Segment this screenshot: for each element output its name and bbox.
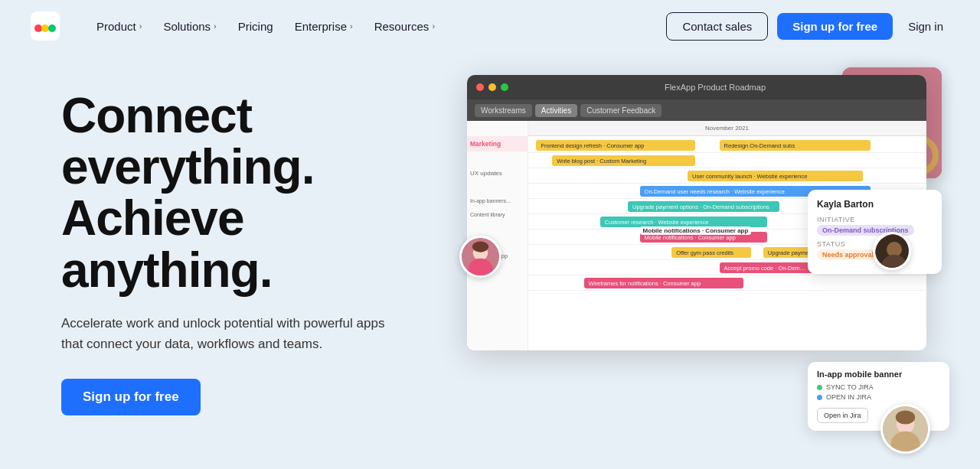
avatar-left xyxy=(459,236,501,278)
bar-wireframes: Wireframes for notifications · Consumer … xyxy=(584,278,743,288)
sync-label: SYNC TO JIRA xyxy=(826,383,874,391)
nav-item-product[interactable]: Product › xyxy=(87,14,151,39)
month-nov: November 2021 xyxy=(528,121,926,135)
mobile-notif-label: Mobile notifications · Consumer app xyxy=(640,226,752,235)
nav-item-enterprise[interactable]: Enterprise › xyxy=(286,14,362,39)
signin-button[interactable]: Sign in xyxy=(902,14,949,39)
nav-actions: Contact sales Sign up for free Sign in xyxy=(666,12,949,41)
avatar-bottom-right xyxy=(880,404,930,454)
tab-activities[interactable]: Activities xyxy=(535,104,577,117)
avatar-left-inner xyxy=(462,238,499,275)
svg-point-3 xyxy=(48,24,56,32)
hero-visual: FlexApp Product Roadmap Workstreams Acti… xyxy=(444,67,934,469)
nav-item-solutions[interactable]: Solutions › xyxy=(154,14,225,39)
gantt-row-1: Frontend design refresh · Consumer app R… xyxy=(528,138,926,153)
jira-label: OPEN IN JIRA xyxy=(826,393,871,401)
nav-item-resources[interactable]: Resources › xyxy=(365,14,444,39)
logo[interactable] xyxy=(31,11,60,41)
mobile-card-title: In-app mobile banner xyxy=(817,370,940,379)
nav-resources-label: Resources xyxy=(374,20,430,33)
gantt-row-10: Wireframes for notifications · Consumer … xyxy=(528,275,926,291)
gantt-row-2: Write blog post · Custom Marketing xyxy=(528,153,926,168)
mobile-card-row-1: SYNC TO JIRA xyxy=(817,383,940,391)
nav-pricing-label: Pricing xyxy=(238,20,273,33)
solutions-chevron-icon: › xyxy=(214,21,217,31)
initiative-label: INITIATIVE xyxy=(817,216,933,223)
label-inapp: In-app banners... xyxy=(467,194,528,207)
bar-blog: Write blog post · Custom Marketing xyxy=(552,155,695,166)
hero-subtext: Accelerate work and unlock potential wit… xyxy=(61,313,390,354)
row-spacer3 xyxy=(467,221,528,235)
nav-links: Product › Solutions › Pricing Enterprise… xyxy=(87,14,666,39)
signup-hero-button[interactable]: Sign up for free xyxy=(61,379,201,415)
bar-customer: Customer research · Website experience xyxy=(600,217,767,227)
info-card-name: Kayla Barton xyxy=(817,199,933,210)
enterprise-chevron-icon: › xyxy=(350,21,353,31)
svg-point-2 xyxy=(41,24,49,32)
sync-dot xyxy=(817,385,822,390)
row-spacer2 xyxy=(467,180,528,194)
mobile-card-row-2: OPEN IN JIRA xyxy=(817,393,940,401)
hero-section: Connect everything. Achieve anything. Ac… xyxy=(0,52,980,469)
contact-sales-button[interactable]: Contact sales xyxy=(666,12,768,41)
tab-workstreams[interactable]: Workstreams xyxy=(475,104,532,117)
svg-point-12 xyxy=(472,241,488,252)
dot-yellow xyxy=(488,83,496,91)
avatar-bottom-inner xyxy=(883,406,928,451)
signup-nav-button[interactable]: Sign up for free xyxy=(777,13,893,40)
bar-community: User community launch · Website experien… xyxy=(688,171,863,181)
screenshot-header: FlexApp Product Roadmap xyxy=(467,75,926,99)
svg-point-1 xyxy=(34,24,42,32)
row-spacer xyxy=(467,152,528,166)
open-jira-button[interactable]: Open in Jira xyxy=(817,408,868,423)
hero-headline: Connect everything. Achieve anything. xyxy=(61,90,459,296)
group-marketing: Marketing xyxy=(467,136,528,151)
resources-chevron-icon: › xyxy=(432,21,435,31)
screenshot-title: FlexApp Product Roadmap xyxy=(513,83,917,92)
jira-dot xyxy=(817,395,822,400)
label-ux: UX updates xyxy=(467,166,528,180)
bar-upgrade: Upgrade payment options · On-Demand subs… xyxy=(628,201,779,212)
dot-green xyxy=(501,83,508,91)
bar-redesign: Redesign On-Demand subs xyxy=(720,140,871,151)
status-badge: Needs approval xyxy=(817,249,879,260)
avatar-dark xyxy=(873,232,911,270)
product-chevron-icon: › xyxy=(139,21,142,31)
screenshot-tabs: Workstreams Activities Customer Feedback xyxy=(467,99,926,121)
nav-product-label: Product xyxy=(96,20,136,33)
bar-frontend: Frontend design refresh · Consumer app xyxy=(536,140,695,151)
nav-solutions-label: Solutions xyxy=(163,20,211,33)
tab-customer-feedback[interactable]: Customer Feedback xyxy=(580,104,662,117)
dot-red xyxy=(476,83,484,91)
gantt-header: November 2021 xyxy=(528,121,926,136)
label-content: Content library xyxy=(467,207,528,221)
nav-item-pricing[interactable]: Pricing xyxy=(229,14,283,39)
nav-enterprise-label: Enterprise xyxy=(295,20,347,33)
hero-content: Connect everything. Achieve anything. Ac… xyxy=(61,67,459,415)
bar-gym: Offer gym pass credits xyxy=(671,247,751,258)
gantt-row-3: User community launch · Website experien… xyxy=(528,168,926,184)
navbar: Product › Solutions › Pricing Enterprise… xyxy=(0,0,980,52)
svg-point-16 xyxy=(896,410,915,424)
info-initiative-row: INITIATIVE On-Demand subscriptions xyxy=(817,216,933,236)
info-card: Kayla Barton INITIATIVE On-Demand subscr… xyxy=(808,190,942,274)
